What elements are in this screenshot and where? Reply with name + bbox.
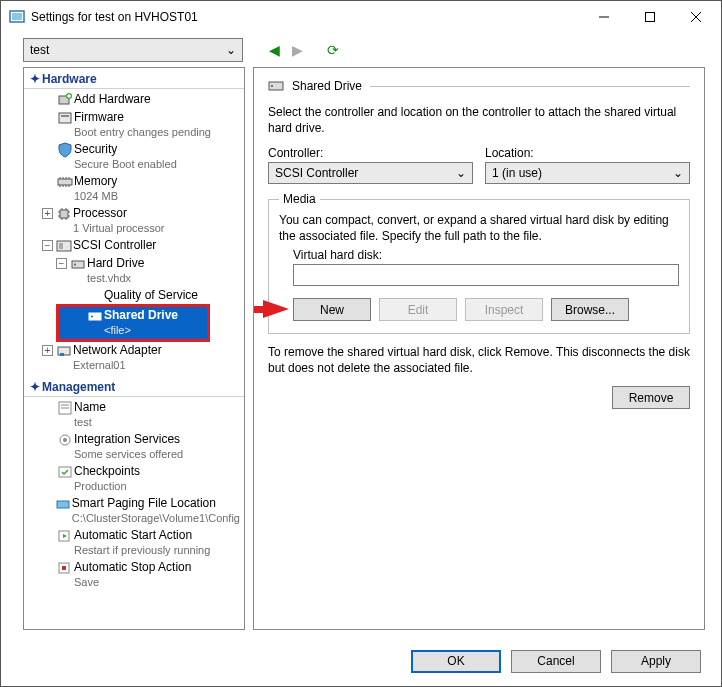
collapse-icon[interactable]: − xyxy=(56,258,67,269)
annotation-arrow xyxy=(253,300,289,318)
nav-forward-button: ▶ xyxy=(288,40,307,60)
expand-icon[interactable]: + xyxy=(42,345,53,356)
memory-icon xyxy=(56,174,74,190)
nav-back-button[interactable]: ◀ xyxy=(265,40,284,60)
chevron-down-icon: ⌄ xyxy=(456,166,466,180)
app-icon xyxy=(9,9,25,25)
svg-rect-30 xyxy=(253,306,263,313)
chevron-down-icon: ⌄ xyxy=(673,166,683,180)
location-label: Location: xyxy=(485,146,690,160)
tree-auto-start[interactable]: Automatic Start ActionRestart if previou… xyxy=(24,527,244,559)
tree-scsi-controller[interactable]: − SCSI Controller xyxy=(24,237,244,255)
svg-rect-13 xyxy=(59,243,63,249)
annotation-highlight: Shared Drive<file> xyxy=(56,304,210,342)
controller-select[interactable]: SCSI Controller ⌄ xyxy=(268,162,473,184)
hardware-section-header[interactable]: ✦ Hardware xyxy=(24,70,244,89)
start-icon xyxy=(56,528,74,544)
tree-shared-drive[interactable]: Shared Drive<file> xyxy=(59,307,207,339)
location-select[interactable]: 1 (in use) ⌄ xyxy=(485,162,690,184)
remove-button[interactable]: Remove xyxy=(612,386,690,409)
tree-firmware[interactable]: FirmwareBoot entry changes pending xyxy=(24,109,244,141)
svg-rect-3 xyxy=(646,13,655,22)
vm-selector-value: test xyxy=(30,43,49,57)
checkpoint-icon xyxy=(56,464,74,480)
tree-smart-paging[interactable]: Smart Paging File LocationC:\ClusterStor… xyxy=(24,495,244,527)
media-fieldset: Media You can compact, convert, or expan… xyxy=(268,192,690,334)
svg-marker-31 xyxy=(263,300,289,318)
settings-tree: ✦ Hardware Add Hardware FirmwareBoot ent… xyxy=(23,67,245,630)
minimize-button[interactable] xyxy=(581,2,627,32)
chevron-down-icon: ⌄ xyxy=(226,43,236,57)
refresh-button[interactable]: ⟳ xyxy=(327,42,339,58)
vm-selector[interactable]: test ⌄ xyxy=(23,38,243,62)
svg-rect-24 xyxy=(57,501,69,508)
cpu-icon xyxy=(55,206,73,222)
tree-quality-of-service[interactable]: Quality of Service xyxy=(24,287,244,304)
tree-security[interactable]: SecuritySecure Boot enabled xyxy=(24,141,244,173)
tree-auto-stop[interactable]: Automatic Stop ActionSave xyxy=(24,559,244,591)
services-icon xyxy=(56,432,74,448)
vhd-path-input[interactable] xyxy=(293,264,679,286)
firmware-icon xyxy=(56,110,74,126)
settings-window: Settings for test on HVHOST01 test ⌄ ◀ ▶… xyxy=(0,0,722,687)
tree-processor[interactable]: + Processor1 Virtual processor xyxy=(24,205,244,237)
content-pane: Shared Drive Select the controller and l… xyxy=(253,67,705,630)
svg-rect-9 xyxy=(61,115,69,117)
stop-icon xyxy=(56,560,74,576)
maximize-button[interactable] xyxy=(627,2,673,32)
tree-name[interactable]: Nametest xyxy=(24,399,244,431)
tree-hard-drive[interactable]: − Hard Drivetest.vhdx xyxy=(24,255,244,287)
media-description: You can compact, convert, or expand a sh… xyxy=(279,212,679,244)
svg-rect-10 xyxy=(58,179,72,185)
svg-rect-19 xyxy=(60,353,64,356)
nav-arrows: ◀ ▶ xyxy=(265,40,307,60)
content-heading: Shared Drive xyxy=(292,79,362,93)
expand-icon[interactable]: + xyxy=(42,208,53,219)
svg-rect-16 xyxy=(89,313,101,320)
tree-add-hardware[interactable]: Add Hardware xyxy=(24,91,244,109)
new-button[interactable]: New xyxy=(293,298,371,321)
disk-icon xyxy=(86,308,104,324)
disk-icon xyxy=(69,256,87,272)
cancel-button[interactable]: Cancel xyxy=(511,650,601,673)
remove-description: To remove the shared virtual hard disk, … xyxy=(268,344,690,376)
disk-icon xyxy=(268,78,284,94)
controller-icon xyxy=(55,238,73,254)
name-icon xyxy=(56,400,74,416)
shield-icon xyxy=(56,142,74,158)
add-hardware-icon xyxy=(56,92,74,108)
paging-icon xyxy=(55,496,72,512)
toolbar: test ⌄ ◀ ▶ ⟳ xyxy=(1,33,721,67)
management-section-header[interactable]: ✦ Management xyxy=(24,378,244,397)
svg-rect-11 xyxy=(60,210,68,218)
collapse-icon[interactable]: − xyxy=(42,240,53,251)
svg-point-15 xyxy=(74,264,76,266)
tree-network-adapter[interactable]: + Network AdapterExternal01 xyxy=(24,342,244,374)
tree-memory[interactable]: Memory1024 MB xyxy=(24,173,244,205)
svg-rect-14 xyxy=(72,261,84,268)
close-button[interactable] xyxy=(673,2,719,32)
dialog-footer: OK Cancel Apply xyxy=(1,636,721,686)
content-description: Select the controller and location on th… xyxy=(268,104,690,136)
controller-label: Controller: xyxy=(268,146,473,160)
svg-rect-1 xyxy=(12,13,22,20)
window-title: Settings for test on HVHOST01 xyxy=(31,10,581,24)
apply-button[interactable]: Apply xyxy=(611,650,701,673)
tree-integration-services[interactable]: Integration ServicesSome services offere… xyxy=(24,431,244,463)
media-legend: Media xyxy=(279,192,320,206)
svg-point-29 xyxy=(271,85,273,87)
tree-checkpoints[interactable]: CheckpointsProduction xyxy=(24,463,244,495)
svg-point-22 xyxy=(63,438,67,442)
divider xyxy=(370,86,690,87)
chevron-up-icon: ✦ xyxy=(30,72,42,86)
ok-button[interactable]: OK xyxy=(411,650,501,673)
svg-rect-8 xyxy=(59,113,71,123)
inspect-button: Inspect xyxy=(465,298,543,321)
chevron-up-icon: ✦ xyxy=(30,380,42,394)
browse-button[interactable]: Browse... xyxy=(551,298,629,321)
titlebar: Settings for test on HVHOST01 xyxy=(1,1,721,33)
svg-rect-27 xyxy=(62,566,66,570)
svg-point-17 xyxy=(91,316,93,318)
edit-button: Edit xyxy=(379,298,457,321)
network-icon xyxy=(55,343,73,359)
